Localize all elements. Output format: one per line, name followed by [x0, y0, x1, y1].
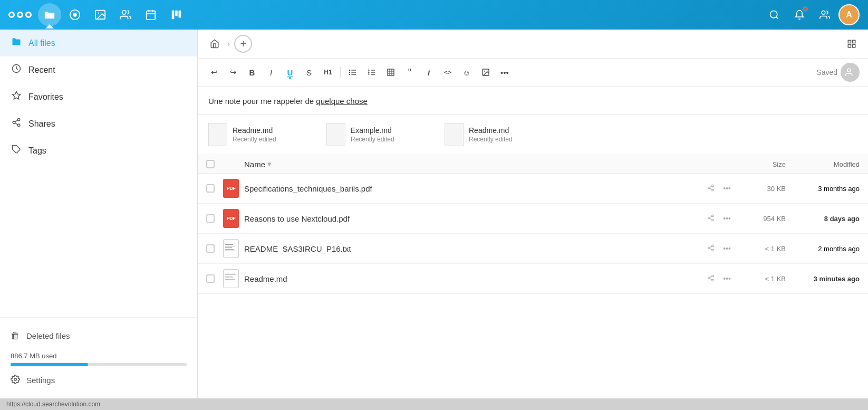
svg-line-71: [710, 278, 712, 279]
toolbar-separator-1: [340, 67, 341, 78]
status-url: https://cloud.searchevolution.com: [6, 401, 100, 408]
svg-point-19: [822, 11, 825, 15]
topbar-right: [844, 36, 860, 52]
note-editor[interactable]: Une note pour me rappeler de quelque cho…: [198, 87, 868, 115]
svg-point-65: [712, 249, 714, 251]
emoji-button[interactable]: ☺: [459, 64, 475, 80]
activity-app-icon[interactable]: [63, 3, 86, 26]
italic-button[interactable]: I: [263, 64, 279, 80]
svg-point-59: [708, 217, 710, 219]
svg-point-58: [712, 215, 714, 217]
underline-active-dot: [289, 77, 291, 79]
svg-point-63: [712, 245, 714, 247]
note-content: Une note pour me rappeler de quelque cho…: [208, 95, 857, 108]
svg-line-67: [710, 246, 712, 247]
ordered-list-button[interactable]: 1.2.3.: [364, 64, 380, 80]
sidebar-item-recent[interactable]: Recent: [0, 56, 197, 83]
svg-line-66: [710, 248, 712, 249]
sidebar-item-tags[interactable]: Tags: [0, 137, 197, 164]
file-size-2: < 1 KB: [733, 245, 786, 253]
contacts-button[interactable]: [813, 3, 836, 26]
home-button[interactable]: [206, 35, 223, 52]
info-button[interactable]: i: [421, 64, 437, 80]
svg-point-18: [770, 11, 777, 18]
svg-line-26: [15, 120, 17, 122]
recent-file-icon-0: [208, 123, 227, 146]
share-file-icon-0[interactable]: [705, 182, 717, 195]
bold-button[interactable]: B: [244, 64, 260, 80]
share-document-button[interactable]: [841, 63, 860, 82]
svg-point-24: [17, 124, 20, 127]
recent-file-1[interactable]: Example.md Recently edited: [326, 123, 432, 146]
image-button[interactable]: [478, 64, 494, 80]
calendar-app-icon[interactable]: [139, 3, 162, 26]
svg-point-37: [349, 72, 351, 73]
underline-button[interactable]: U: [282, 64, 298, 80]
more-options-icon-3[interactable]: •••: [721, 272, 733, 285]
share-file-icon-1[interactable]: [705, 212, 717, 225]
more-options-icon-0[interactable]: •••: [721, 182, 733, 195]
heading-button[interactable]: H1: [320, 64, 336, 80]
file-checkbox-1[interactable]: [206, 214, 215, 223]
redo-button[interactable]: ↪: [225, 64, 241, 80]
file-name-1: Reasons to use Nextcloud.pdf: [244, 214, 691, 223]
sidebar-item-deleted-files[interactable]: 🗑 Deleted files: [0, 324, 197, 348]
svg-point-3: [10, 13, 13, 16]
more-button[interactable]: •••: [497, 64, 513, 80]
select-all-checkbox[interactable]: [206, 160, 215, 168]
blockquote-button[interactable]: ": [402, 64, 418, 80]
sidebar-favorites-label: Favorites: [28, 92, 63, 102]
saved-status: Saved: [816, 68, 837, 77]
photos-app-icon[interactable]: [89, 3, 112, 26]
file-size-3: < 1 KB: [733, 275, 786, 283]
file-modified-0: 3 months ago: [786, 185, 860, 193]
name-column-header[interactable]: Name ▾: [244, 159, 691, 169]
bullet-list-button[interactable]: [345, 64, 361, 80]
star-icon: [11, 91, 22, 103]
share-file-icon-3[interactable]: [705, 272, 717, 285]
table-row[interactable]: Readme.md ••• < 1 KB 3 minutes ago: [198, 264, 868, 294]
more-options-icon-2[interactable]: •••: [721, 242, 733, 255]
files-app-icon[interactable]: [38, 3, 61, 26]
breadcrumb-separator: ›: [227, 39, 230, 49]
sidebar-recent-label: Recent: [28, 65, 55, 75]
sidebar-item-shares[interactable]: Shares: [0, 110, 197, 137]
table-button[interactable]: [383, 64, 399, 80]
user-avatar[interactable]: A: [838, 4, 860, 25]
contacts-app-icon[interactable]: [114, 3, 137, 26]
table-row[interactable]: README_SAS3IRCU_P16.txt ••• < 1 KB 2 mon…: [198, 234, 868, 264]
svg-rect-11: [147, 11, 156, 20]
svg-line-61: [710, 218, 712, 219]
svg-rect-31: [848, 45, 851, 47]
nextcloud-logo[interactable]: [8, 8, 38, 22]
code-button[interactable]: <>: [440, 64, 456, 80]
table-row[interactable]: PDF Reasons to use Nextcloud.pdf ••• 954…: [198, 204, 868, 234]
svg-marker-21: [13, 92, 21, 99]
recent-file-0[interactable]: Readme.md Recently edited: [208, 123, 314, 146]
add-new-button[interactable]: +: [234, 35, 252, 53]
undo-button[interactable]: ↩: [206, 64, 222, 80]
file-checkbox-0[interactable]: [206, 184, 215, 193]
file-checkbox-3[interactable]: [206, 274, 215, 283]
file-checkbox-2[interactable]: [206, 244, 215, 253]
recent-file-sub-0: Recently edited: [233, 136, 276, 143]
svg-point-10: [122, 11, 126, 14]
md-icon: [223, 269, 239, 288]
svg-point-68: [712, 275, 714, 277]
sidebar-item-all-files[interactable]: All files: [0, 30, 197, 56]
search-button[interactable]: [763, 3, 786, 26]
more-options-icon-1[interactable]: •••: [721, 212, 733, 225]
grid-view-button[interactable]: [844, 36, 860, 52]
sidebar-item-favorites[interactable]: Favorites: [0, 83, 197, 110]
share-file-icon-2[interactable]: [705, 242, 717, 255]
svg-point-38: [349, 74, 351, 75]
deck-app-icon[interactable]: [165, 3, 188, 26]
strikethrough-button[interactable]: S: [301, 64, 317, 80]
recent-file-sub-2: Recently edited: [469, 136, 513, 143]
table-row[interactable]: PDF Specifications_techniques_barils.pdf…: [198, 174, 868, 204]
file-actions-3: •••: [691, 272, 733, 285]
svg-line-25: [15, 123, 17, 125]
sidebar-item-settings[interactable]: Settings: [0, 368, 197, 392]
recent-file-2[interactable]: Readme.md Recently edited: [445, 123, 550, 146]
notifications-button[interactable]: [788, 3, 811, 26]
